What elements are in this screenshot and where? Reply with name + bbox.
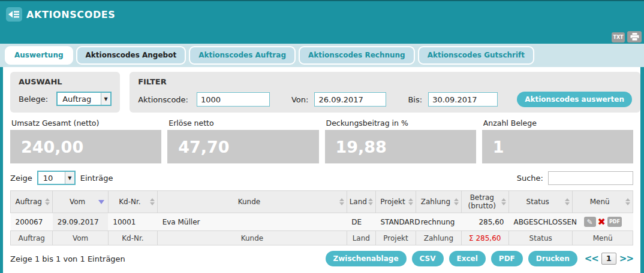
results-table: Auftrag Vom Kd-Nr. Kunde Land Projekt Za… — [10, 190, 633, 245]
kpi-umsatz: Umsatz Gesamt (netto) 240,00 — [10, 119, 161, 163]
tab-aktionscodes-auftrag[interactable]: Aktionscodes Auftrag — [189, 46, 296, 65]
cell-menu: ✎ ✖ PDF — [573, 213, 633, 231]
zeige-label: Zeige — [10, 174, 32, 183]
footer-kd-nr: Kd-Nr. — [108, 231, 157, 245]
next-page-button[interactable]: >> — [619, 253, 633, 264]
column-header-auftrag[interactable]: Auftrag — [11, 191, 53, 213]
footer-menue: Menü — [573, 231, 633, 245]
column-header-menue[interactable]: Menü — [573, 191, 633, 213]
edit-button[interactable]: ✎ — [584, 217, 596, 227]
page-number-button[interactable]: 1 — [601, 253, 616, 265]
sort-icon — [368, 198, 373, 205]
column-header-zahlung[interactable]: Zahlung — [416, 191, 461, 213]
zwischenablage-button[interactable]: Zwischenablage — [326, 251, 407, 266]
excel-button[interactable]: Excel — [449, 251, 486, 266]
auswahl-title: AUSWAHL — [19, 77, 112, 86]
kpi-label: Anzahl Belege — [483, 119, 633, 128]
chevron-down-icon: ▼ — [65, 172, 74, 184]
column-header-betrag-brutto[interactable]: Betrag (brutto) — [461, 191, 508, 213]
kpi-anzahl-belege: Anzahl Belege 1 — [482, 119, 633, 163]
aktionscode-label: Aktionscode: — [138, 95, 188, 104]
footer-auftrag: Auftrag — [11, 231, 53, 245]
table-row: 200067 29.09.2017 10001 Eva Müller DE ST… — [11, 213, 633, 231]
footer-kunde: Kunde — [158, 231, 347, 245]
column-header-projekt[interactable]: Projekt — [375, 191, 416, 213]
pdf-button[interactable]: PDF — [607, 217, 622, 227]
sort-icon — [150, 198, 155, 205]
sort-icon — [45, 198, 50, 205]
cell-vom: 29.09.2017 — [53, 213, 108, 231]
von-date-input[interactable] — [314, 92, 386, 107]
footer-sum-betrag: Σ 285,60 — [461, 231, 508, 245]
column-header-land[interactable]: Land — [347, 191, 375, 213]
cell-auftrag: 200067 — [11, 213, 53, 231]
von-label: Von: — [291, 95, 308, 104]
belege-label: Belege: — [19, 95, 48, 104]
filter-panel: FILTER Aktionscode: Von: Bis: Aktionscod… — [130, 72, 640, 113]
kpi-value: 240,00 — [10, 130, 161, 163]
kpi-label: Deckungsbeitrag in % — [326, 119, 476, 128]
belege-select[interactable]: Auftrag ▼ — [56, 92, 112, 106]
back-menu-button[interactable] — [6, 7, 22, 22]
aktionscodes-auswerten-button[interactable]: Aktionscodes auswerten — [517, 92, 632, 107]
txt-export-icon[interactable]: TXT — [612, 32, 625, 43]
tab-aktionscodes-angebot[interactable]: Aktionscodes Angebot — [76, 46, 186, 65]
cell-zahlung: rechnung — [416, 213, 461, 231]
page-size-select[interactable]: 10 ▼ — [37, 171, 76, 185]
export-buttons: Zwischenablage CSV Excel PDF Drucken — [326, 251, 577, 266]
suche-label: Suche: — [517, 174, 543, 183]
kpi-section: Umsatz Gesamt (netto) 240,00 Erlöse nett… — [10, 119, 633, 163]
search-input[interactable] — [548, 171, 633, 185]
sort-icon — [501, 198, 506, 205]
tab-auswertung[interactable]: Auswertung — [5, 46, 73, 65]
column-header-kunde[interactable]: Kunde — [158, 191, 347, 213]
entries-info: Zeige 1 bis 1 von 1 Einträgen — [10, 254, 125, 263]
footer-zahlung: Zahlung — [416, 231, 461, 245]
csv-button[interactable]: CSV — [412, 251, 444, 266]
list-controls: Zeige 10 ▼ Einträge Suche: — [10, 171, 633, 185]
footer-status: Status — [508, 231, 573, 245]
kpi-label: Erlöse netto — [168, 119, 318, 128]
drucken-button[interactable]: Drucken — [528, 251, 577, 266]
sort-icon — [454, 198, 459, 205]
cell-projekt: STANDARD — [375, 213, 416, 231]
tab-aktionscodes-gutschrift[interactable]: Aktionscodes Gutschrift — [418, 46, 534, 65]
column-header-vom[interactable]: Vom — [53, 191, 108, 213]
tab-aktionscodes-rechnung[interactable]: Aktionscodes Rechnung — [299, 46, 415, 65]
auswahl-panel: AUSWAHL Belege: Auftrag ▼ — [10, 72, 120, 113]
kpi-label: Umsatz Gesamt (netto) — [11, 119, 161, 128]
cell-status: ABGESCHLOSSEN — [508, 213, 573, 231]
sort-desc-icon — [98, 200, 104, 204]
eintraege-label: Einträge — [80, 174, 113, 183]
aktionscode-input[interactable] — [197, 92, 270, 107]
pdf-icon: PDF — [609, 219, 620, 225]
pencil-icon: ✎ — [586, 219, 592, 226]
pagination: << 1 >> — [585, 253, 633, 265]
cell-land: DE — [347, 213, 375, 231]
bis-date-input[interactable] — [428, 92, 498, 107]
cell-kunde: Eva Müller — [158, 213, 347, 231]
pdf-export-button[interactable]: PDF — [491, 251, 523, 266]
cell-kd-nr: 10001 — [108, 213, 157, 231]
sort-icon — [339, 198, 344, 205]
bis-label: Bis: — [408, 95, 422, 104]
footer-vom: Vom — [53, 231, 108, 245]
kpi-value: 47,70 — [167, 130, 318, 163]
column-header-status[interactable]: Status — [508, 191, 573, 213]
main-content: AUSWAHL Belege: Auftrag ▼ FILTER Aktions… — [0, 67, 644, 273]
print-icon[interactable] — [627, 31, 642, 43]
back-menu-icon — [8, 10, 20, 19]
bottom-bar: Zeige 1 bis 1 von 1 Einträgen Zwischenab… — [10, 251, 633, 266]
header-tools: TXT — [612, 31, 642, 43]
tab-bar: Auswertung Aktionscodes Angebot Aktionsc… — [0, 44, 644, 67]
sort-icon — [408, 198, 413, 205]
previous-page-button[interactable]: << — [585, 253, 598, 264]
cell-betrag: 285,60 — [461, 213, 508, 231]
table-footer-row: Auftrag Vom Kd-Nr. Kunde Land Projekt Za… — [11, 231, 633, 245]
filter-title: FILTER — [138, 77, 632, 86]
filter-section: AUSWAHL Belege: Auftrag ▼ FILTER Aktions… — [10, 72, 633, 113]
footer-projekt: Projekt — [375, 231, 416, 245]
column-header-kd-nr[interactable]: Kd-Nr. — [108, 191, 157, 213]
chevron-down-icon: ▼ — [101, 93, 110, 105]
delete-button[interactable]: ✖ — [598, 217, 606, 227]
